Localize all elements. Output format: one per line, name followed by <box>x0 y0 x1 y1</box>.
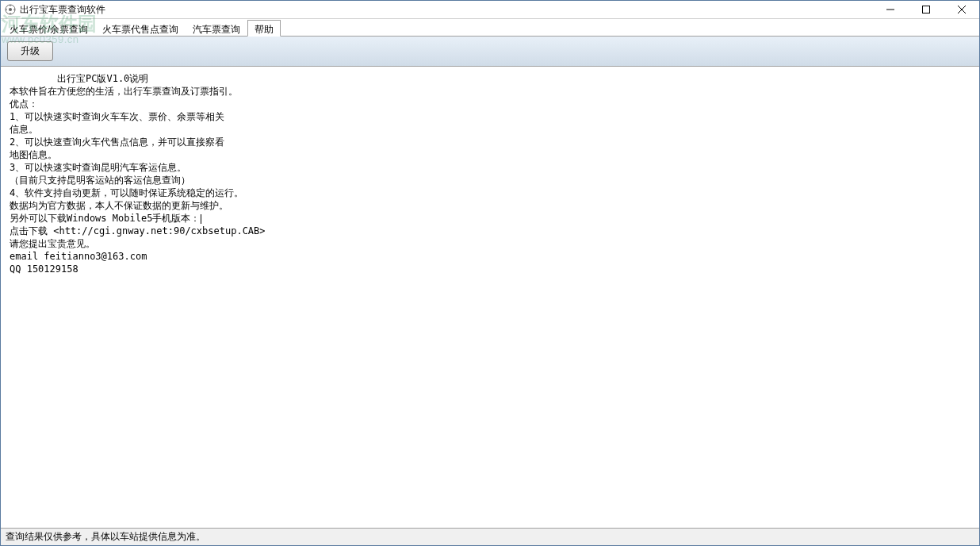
toolbar: 升级 <box>1 37 979 67</box>
svg-point-1 <box>9 8 12 11</box>
help-line: 本软件旨在方便您的生活，出行车票查询及订票指引。 <box>10 85 970 98</box>
upgrade-button[interactable]: 升级 <box>7 41 53 61</box>
tab-bus[interactable]: 汽车票查询 <box>186 20 247 37</box>
window-title: 出行宝车票查询软件 <box>20 3 105 17</box>
minimize-icon <box>886 6 894 13</box>
tab-help[interactable]: 帮助 <box>247 20 281 37</box>
help-line: email feitianno3@163.com <box>10 250 970 263</box>
app-window: 出行宝车票查询软件 火车票价/余票查询 火车票代售点查询 汽车票查询 帮助 升级… <box>0 0 980 546</box>
help-line: 4、软件支持自动更新，可以随时保证系统稳定的运行。 <box>10 186 970 199</box>
help-line: 优点： <box>10 98 970 110</box>
help-line: QQ 150129158 <box>10 263 970 275</box>
help-line: 请您提出宝贵意见。 <box>10 237 970 250</box>
tab-train-agent[interactable]: 火车票代售点查询 <box>95 20 186 37</box>
statusbar: 查询结果仅供参考，具体以车站提供信息为准。 <box>1 528 979 545</box>
titlebar: 出行宝车票查询软件 <box>1 1 979 19</box>
help-content[interactable]: 出行宝PC版V1.0说明 本软件旨在方便您的生活，出行车票查询及订票指引。 优点… <box>2 68 978 526</box>
close-icon <box>958 6 966 13</box>
help-line: 3、可以快速实时查询昆明汽车客运信息。 <box>10 161 970 174</box>
help-line: 信息。 <box>10 123 970 136</box>
tab-bar: 火车票价/余票查询 火车票代售点查询 汽车票查询 帮助 <box>1 19 979 37</box>
tab-train-price[interactable]: 火车票价/余票查询 <box>2 20 95 37</box>
minimize-button[interactable] <box>872 1 908 18</box>
svg-rect-7 <box>922 6 929 13</box>
titlebar-left: 出行宝车票查询软件 <box>1 3 105 17</box>
status-text: 查询结果仅供参考，具体以车站提供信息为准。 <box>6 530 205 544</box>
help-line: 另外可以下载Windows Mobile5手机版本： <box>10 212 970 225</box>
text-cursor <box>201 214 201 224</box>
app-icon <box>4 3 17 16</box>
help-line: 1、可以快速实时查询火车车次、票价、余票等相关 <box>10 110 970 123</box>
help-line: 地图信息。 <box>10 148 970 161</box>
maximize-button[interactable] <box>908 1 944 18</box>
help-line: 2、可以快速查询火车代售点信息，并可以直接察看 <box>10 136 970 148</box>
help-line: 数据均为官方数据，本人不保证数据的更新与维护。 <box>10 199 970 212</box>
help-title: 出行宝PC版V1.0说明 <box>10 72 970 85</box>
window-controls <box>872 1 979 18</box>
maximize-icon <box>922 6 930 13</box>
close-button[interactable] <box>944 1 979 18</box>
help-line: 点击下载 <htt://cgi.gnway.net:90/cxbsetup.CA… <box>10 225 970 237</box>
help-line: （目前只支持昆明客运站的客运信息查询） <box>10 174 970 186</box>
